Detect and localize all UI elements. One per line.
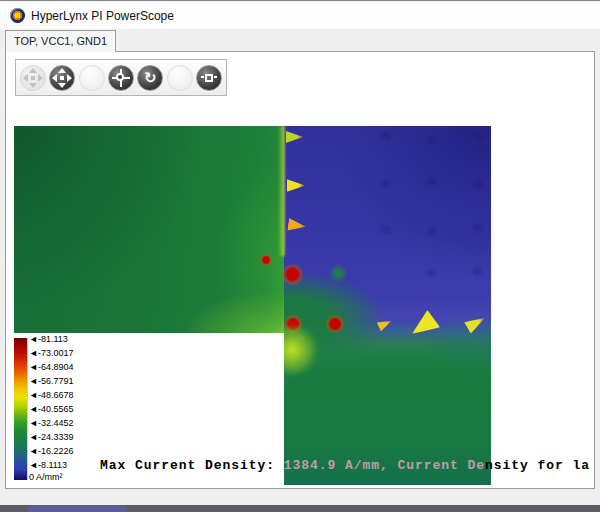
legend-unit-label: 0 A/mm² — [29, 472, 63, 482]
legend-label: ◄-32.4452 — [29, 418, 73, 428]
legend-label: ◄-56.7791 — [29, 376, 73, 386]
smudge-marker — [423, 174, 441, 189]
color-scale-bar — [14, 338, 28, 480]
legend-label: ◄-64.8904 — [29, 362, 73, 372]
spot-marker — [282, 264, 303, 285]
crosshair-icon — [109, 66, 133, 90]
arrowNE-marker — [412, 310, 440, 334]
gspot-marker — [330, 265, 347, 282]
arrowR-marker — [287, 178, 305, 193]
arrowR-marker — [463, 311, 488, 335]
heatmap-canvas[interactable]: ◄-81.113◄-73.0017◄-64.8904◄-56.7791◄-48.… — [14, 126, 491, 485]
status-prefix: Max Current Density: — [100, 458, 284, 473]
status-value: 1384.9 A/mm, Current De — [284, 458, 485, 473]
fit-view-button[interactable] — [196, 65, 222, 91]
smudge-marker — [377, 222, 395, 236]
pan-arrows-icon — [50, 66, 74, 90]
rotate-icon: ↻ — [138, 66, 162, 90]
window-title: HyperLynx PI PowerScope — [31, 9, 174, 23]
arrowR-marker — [286, 130, 303, 144]
crosshair-button[interactable] — [108, 65, 134, 91]
spot-marker — [260, 254, 272, 266]
legend-label: ◄-48.6678 — [29, 390, 73, 400]
fit-view-icon — [197, 66, 221, 90]
pan-arrows-button — [20, 65, 46, 91]
blank-icon — [80, 66, 104, 90]
smudge-marker — [469, 265, 485, 277]
smudge-marker — [377, 128, 396, 144]
blank-button — [167, 65, 193, 91]
legend-label: ◄-24.3339 — [29, 432, 73, 442]
smudge-marker — [469, 220, 488, 235]
blank-button — [79, 65, 105, 91]
status-text: Max Current Density: 1384.9 A/mm, Curren… — [100, 458, 590, 473]
pan-arrows-button[interactable] — [49, 65, 75, 91]
arrowR-marker — [376, 316, 394, 333]
spot-marker — [326, 315, 344, 333]
blank-icon — [168, 66, 192, 90]
status-suffix: nsity for la — [485, 458, 590, 473]
taskbar-sliver — [0, 505, 600, 512]
title-bar: HyperLynx PI PowerScope — [0, 2, 600, 29]
rotate-button[interactable]: ↻ — [137, 65, 163, 91]
legend-label: ◄-40.5565 — [29, 404, 73, 414]
smudge-marker — [377, 177, 395, 191]
legend-label: ◄-16.2226 — [29, 446, 73, 456]
smudge-marker — [469, 130, 487, 144]
taskbar-button[interactable] — [28, 506, 126, 512]
smudge-marker — [423, 223, 441, 237]
smudge-marker — [423, 267, 438, 279]
pan-arrows-icon — [21, 66, 45, 90]
app-window: HyperLynx PI PowerScope TOP, VCC1, GND1 … — [0, 0, 600, 512]
legend-label: ◄-8.1113 — [29, 460, 67, 470]
toolbar: ↻ — [15, 59, 227, 96]
app-logo-icon — [10, 8, 25, 23]
arrowR-marker — [287, 217, 307, 234]
smudge-marker — [423, 132, 441, 147]
legend-label: ◄-73.0017 — [29, 348, 73, 358]
content-panel: ↻ ◄-81.113◄-73.0017◄-64.8904◄-56.7791◄-4… — [5, 51, 595, 489]
smudge-marker — [469, 177, 488, 193]
tab-top-vcc1-gnd1[interactable]: TOP, VCC1, GND1 — [5, 30, 116, 52]
legend-label: ◄-81.113 — [29, 334, 68, 344]
